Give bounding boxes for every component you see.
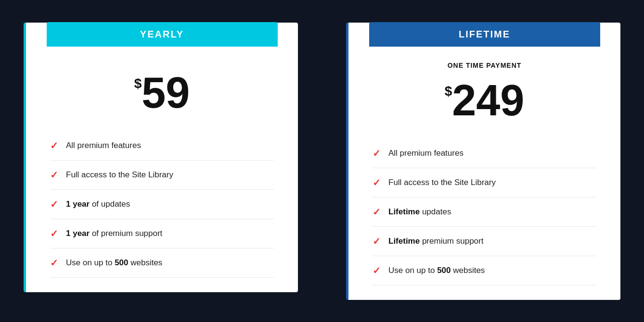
feature-item: ✓ Full access to the Site Library [373,168,596,198]
check-icon: ✓ [373,206,381,218]
check-icon: ✓ [50,228,58,239]
check-icon: ✓ [50,140,58,151]
feature-item: ✓ 1 year of premium support [50,219,274,248]
check-icon: ✓ [373,177,381,188]
lifetime-header: LIFETIME [348,22,620,47]
feature-item: ✓ 1 year of updates [50,190,274,219]
yearly-header: YEARLY [26,22,298,47]
feature-item: ✓ Lifetime updates [373,198,596,227]
feature-item: ✓ Use on up to 500 websites [50,248,274,278]
yearly-badge-label: YEARLY [140,29,184,39]
yearly-price: $59 [50,71,274,114]
feature-item: ✓ All premium features [50,131,274,161]
lifetime-features: ✓ All premium features ✓ Full access to … [373,139,596,285]
yearly-features: ✓ All premium features ✓ Full access to … [50,131,274,278]
lifetime-card: LIFETIME ONE TIME PAYMENT $249 ✓ All pre… [346,23,620,300]
check-icon: ✓ [50,169,58,181]
check-icon: ✓ [373,148,381,159]
lifetime-body: ONE TIME PAYMENT $249 ✓ All premium feat… [348,47,620,300]
check-icon: ✓ [373,265,381,276]
feature-text: All premium features [388,149,464,158]
feature-item: ✓ Full access to the Site Library [50,161,274,190]
feature-text: Lifetime premium support [388,236,483,246]
feature-text: 1 year of updates [66,199,130,209]
check-icon: ✓ [50,198,58,210]
lifetime-badge-label: LIFETIME [459,29,510,39]
feature-text: Use on up to 500 websites [388,266,485,275]
feature-text: Full access to the Site Library [388,178,496,187]
lifetime-amount: 249 [452,76,524,124]
feature-text: Full access to the Site Library [66,170,173,180]
payment-label: ONE TIME PAYMENT [373,62,596,69]
check-icon: ✓ [50,257,58,269]
lifetime-badge: LIFETIME [369,22,600,47]
yearly-body: $59 ✓ All premium features ✓ Full access… [26,47,298,292]
yearly-card: YEARLY $59 ✓ All premium features ✓ Full… [24,23,298,292]
pricing-container: YEARLY $59 ✓ All premium features ✓ Full… [14,23,630,300]
check-icon: ✓ [373,235,381,247]
lifetime-currency: $ [445,85,452,98]
yearly-amount: 59 [142,69,190,117]
feature-text: All premium features [66,141,141,150]
lifetime-price: $249 [373,79,596,122]
yearly-currency: $ [134,77,142,90]
feature-text: Use on up to 500 websites [66,258,162,268]
feature-item: ✓ All premium features [373,139,596,168]
feature-item: ✓ Use on up to 500 websites [373,256,596,285]
feature-text: Lifetime updates [388,207,451,217]
feature-text: 1 year of premium support [66,229,162,238]
feature-item: ✓ Lifetime premium support [373,227,596,256]
yearly-badge: YEARLY [47,22,278,47]
